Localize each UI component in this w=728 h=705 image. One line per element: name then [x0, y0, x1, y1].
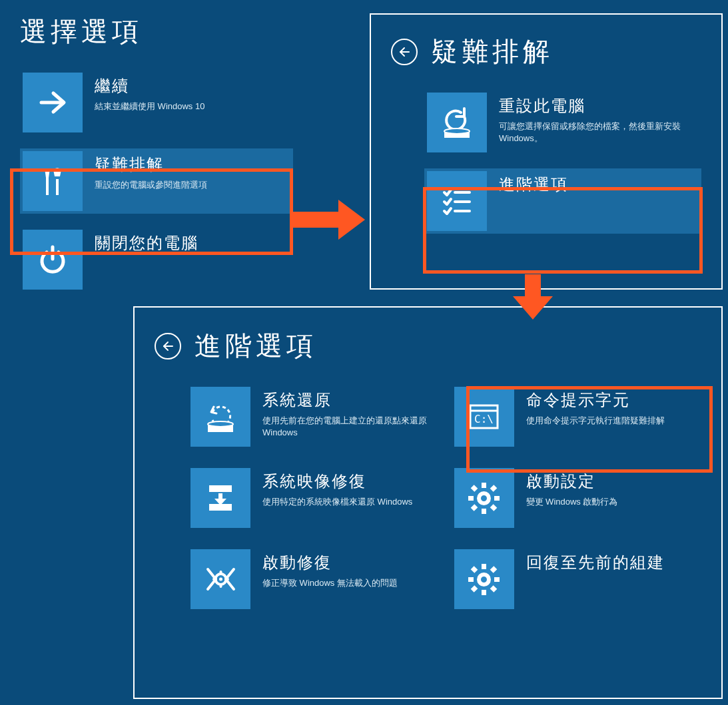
tile-desc: 使用先前在您的電腦上建立的還原點來還原 Windows [262, 415, 436, 439]
tile-text: 回復至先前的組建 [526, 549, 665, 577]
tile-title: 關閉您的電腦 [95, 232, 198, 254]
svg-rect-36 [482, 590, 486, 595]
svg-rect-27 [490, 485, 498, 492]
flow-arrow-icon [293, 200, 366, 240]
tile-text: 命令提示字元 使用命令提示字元執行進階疑難排解 [526, 387, 665, 427]
tile-advanced-options[interactable]: 進階選項 [424, 168, 701, 234]
svg-rect-40 [490, 585, 498, 592]
tile-title: 疑難排解 [95, 154, 207, 175]
tile-title: 命令提示字元 [526, 389, 665, 411]
choose-option-panel: 選擇選項 繼續 結束並繼續使用 Windows 10 疑難排解 重設您的電腦或參… [20, 13, 293, 306]
tile-desc: 結束並繼續使用 Windows 10 [95, 101, 204, 113]
gear-icon [454, 549, 514, 609]
disk-download-icon [190, 468, 250, 528]
panel-header: 進階選項 [155, 328, 701, 364]
svg-point-7 [444, 128, 470, 134]
tile-text: 系統還原 使用先前在您的電腦上建立的還原點來還原 Windows [262, 387, 436, 439]
tile-title: 啟動設定 [526, 471, 618, 492]
svg-rect-37 [468, 577, 474, 582]
svg-point-30 [219, 577, 222, 581]
checklist-icon [427, 171, 487, 231]
tile-desc: 可讓您選擇保留或移除您的檔案，然後重新安裝 Windows。 [499, 120, 699, 144]
svg-rect-25 [471, 485, 478, 492]
flow-arrow-icon [513, 274, 553, 321]
tile-desc: 使用特定的系統映像檔來還原 Windows [262, 496, 412, 508]
tile-text: 系統映像修復 使用特定的系統映像檔來還原 Windows [262, 468, 412, 508]
tile-system-restore[interactable]: 系統還原 使用先前在您的電腦上建立的還原點來還原 Windows [188, 384, 438, 449]
tile-text: 繼續 結束並繼續使用 Windows 10 [95, 73, 204, 113]
tile-text: 啟動修復 修正導致 Windows 無法載入的問題 [262, 549, 398, 589]
tile-desc: 變更 Windows 啟動行為 [526, 496, 618, 508]
tile-title: 回復至先前的組建 [526, 552, 665, 573]
svg-rect-28 [471, 504, 478, 511]
tile-startup-repair[interactable]: 啟動修復 修正導致 Windows 無法載入的問題 [188, 547, 438, 612]
svg-rect-1 [46, 178, 49, 195]
tile-text: 啟動設定 變更 Windows 啟動行為 [526, 468, 618, 508]
advanced-options-grid: 系統還原 使用先前在您的電腦上建立的還原點來還原 Windows C:\ 命令提… [188, 384, 701, 612]
advanced-options-panel: 進階選項 系統還原 使用先前在您的電腦上建立的還原點來還原 Windows [133, 306, 723, 699]
svg-marker-2 [45, 168, 50, 178]
gear-icon [454, 468, 514, 528]
tile-command-prompt[interactable]: C:\ 命令提示字元 使用命令提示字元執行進階疑難排解 [452, 384, 702, 449]
tile-startup-settings[interactable]: 啟動設定 變更 Windows 啟動行為 [452, 465, 702, 531]
svg-rect-17 [209, 485, 232, 492]
svg-point-13 [208, 421, 233, 427]
tile-title: 啟動修復 [262, 552, 398, 573]
back-button[interactable] [155, 333, 181, 359]
svg-rect-24 [494, 496, 500, 501]
tile-text: 關閉您的電腦 [95, 230, 198, 258]
tile-text: 重設此電腦 可讓您選擇保留或移除您的檔案，然後重新安裝 Windows。 [499, 93, 699, 144]
page-title: 疑難排解 [431, 33, 553, 70]
tile-text: 疑難排解 重設您的電腦或參閱進階選項 [95, 151, 207, 191]
tile-title: 重設此電腦 [499, 95, 699, 117]
command-prompt-icon: C:\ [454, 387, 514, 447]
power-icon [23, 230, 83, 290]
svg-rect-3 [56, 179, 59, 195]
svg-rect-26 [490, 504, 498, 511]
svg-rect-22 [482, 509, 486, 514]
svg-rect-41 [490, 566, 498, 573]
svg-rect-35 [482, 564, 486, 569]
tile-title: 進階選項 [499, 174, 568, 195]
tile-desc: 使用命令提示字元執行進階疑難排解 [526, 415, 665, 427]
tile-continue[interactable]: 繼續 結束並繼續使用 Windows 10 [20, 70, 293, 135]
tile-desc: 重設您的電腦或參閱進階選項 [95, 179, 207, 191]
tile-title: 系統還原 [262, 389, 436, 411]
tile-title: 繼續 [95, 75, 204, 97]
tile-title: 系統映像修復 [262, 471, 412, 492]
page-title: 進階選項 [194, 328, 317, 364]
troubleshoot-panel: 疑難排解 重設此電腦 可讓您選擇保留或移除您的檔案，然後重新安裝 Windows… [370, 13, 723, 290]
page-title: 選擇選項 [20, 13, 293, 50]
tile-troubleshoot[interactable]: 疑難排解 重設您的電腦或參閱進階選項 [20, 148, 293, 214]
svg-rect-38 [494, 577, 500, 582]
tile-reset-pc[interactable]: 重設此電腦 可讓您選擇保留或移除您的檔案，然後重新安裝 Windows。 [424, 90, 701, 155]
arrow-right-icon [23, 73, 83, 132]
reset-disk-icon [427, 93, 487, 152]
tile-shutdown[interactable]: 關閉您的電腦 [20, 227, 293, 292]
svg-rect-23 [468, 496, 474, 501]
gear-angle-icon [190, 549, 250, 609]
restore-icon [190, 387, 250, 447]
svg-rect-39 [471, 566, 478, 573]
svg-rect-21 [482, 483, 486, 488]
svg-rect-42 [471, 585, 478, 592]
tile-system-image-recovery[interactable]: 系統映像修復 使用特定的系統映像檔來還原 Windows [188, 465, 438, 531]
back-button[interactable] [391, 39, 418, 65]
tile-desc: 修正導致 Windows 無法載入的問題 [262, 577, 398, 589]
tile-text: 進階選項 [499, 171, 568, 199]
tools-icon [23, 151, 83, 211]
panel-header: 疑難排解 [391, 33, 701, 70]
tile-go-back-previous-build[interactable]: 回復至先前的組建 [452, 547, 702, 612]
svg-text:C:\: C:\ [474, 413, 494, 425]
